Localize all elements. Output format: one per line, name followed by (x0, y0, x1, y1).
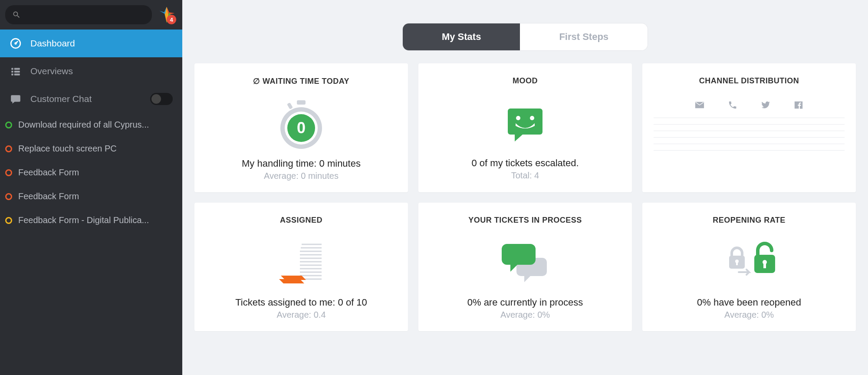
nav-label: Dashboard (30, 38, 75, 49)
channel-icons (694, 100, 804, 110)
sidebar: 4 Dashboard Overviews Customer Chat Down… (0, 0, 182, 375)
svg-rect-8 (297, 100, 306, 105)
ticket-label: Feedback Form (18, 191, 79, 201)
lock-icon (719, 235, 779, 292)
svg-marker-15 (515, 135, 523, 141)
card-text: 0% are currently in process (467, 297, 583, 308)
ticket-item[interactable]: Feedback Form (0, 184, 182, 208)
ticket-item[interactable]: Feedback Form (0, 161, 182, 184)
svg-rect-4 (11, 71, 13, 72)
twitter-icon (760, 100, 771, 110)
card-text: Tickets assigned to me: 0 of 10 (235, 297, 367, 308)
svg-rect-7 (14, 73, 20, 75)
status-indicator (5, 217, 12, 224)
svg-rect-3 (14, 68, 20, 69)
ticket-item[interactable]: Replace touch screen PC (0, 137, 182, 161)
nav-label: Customer Chat (30, 94, 92, 104)
card-text: My handling time: 0 minutes (242, 158, 361, 169)
svg-rect-23 (763, 263, 766, 268)
svg-rect-6 (11, 73, 13, 75)
ticket-item[interactable]: Feedback Form - Digital Publica... (0, 208, 182, 232)
chat-icon (10, 93, 22, 105)
search-icon (12, 10, 21, 19)
ticket-label: Feedback Form (18, 168, 79, 178)
ticket-label: Feedback Form - Digital Publica... (18, 215, 149, 225)
search-input[interactable] (5, 5, 152, 24)
facebook-icon (793, 100, 804, 110)
svg-text:0: 0 (297, 119, 306, 137)
nav-customer-chat[interactable]: Customer Chat (0, 85, 182, 113)
card-assigned: ASSIGNED Tickets assigned to me: 0 of 10… (194, 203, 408, 331)
card-tickets-in-process: YOUR TICKETS IN PROCESS 0% are currently… (418, 203, 632, 331)
email-icon (694, 100, 705, 110)
cards-grid: ∅ WAITING TIME TODAY 0 My handling time:… (194, 63, 856, 331)
card-title: YOUR TICKETS IN PROCESS (468, 216, 582, 225)
status-indicator (5, 169, 12, 176)
ticket-item[interactable]: Download required of all Cyprus... (0, 113, 182, 137)
card-reopening-rate: REOPENING RATE (642, 203, 856, 331)
card-title: ∅ WAITING TIME TODAY (253, 76, 349, 86)
nav-overviews[interactable]: Overviews (0, 57, 182, 85)
card-sub: Average: 0.4 (276, 310, 326, 320)
card-title: REOPENING RATE (713, 216, 786, 225)
svg-point-1 (14, 42, 16, 44)
card-sub: Average: 0% (724, 310, 774, 320)
svg-point-16 (516, 116, 520, 120)
sidebar-top: 4 (0, 0, 182, 30)
svg-rect-9 (287, 102, 293, 109)
app-logo[interactable]: 4 (156, 4, 177, 25)
main-content: My Stats First Steps ∅ WAITING TIME TODA… (182, 0, 868, 375)
ticket-list: Download required of all Cyprus...Replac… (0, 113, 182, 232)
svg-rect-14 (508, 109, 542, 135)
svg-rect-2 (11, 68, 13, 69)
svg-point-17 (530, 116, 534, 120)
svg-rect-5 (14, 71, 20, 72)
chat-toggle[interactable] (150, 93, 173, 105)
tab-my-stats[interactable]: My Stats (403, 23, 520, 50)
stack-icon (273, 235, 329, 292)
dashboard-icon (10, 37, 22, 49)
card-title: ASSIGNED (280, 216, 322, 225)
phone-icon (727, 100, 738, 110)
card-waiting-time: ∅ WAITING TIME TODAY 0 My handling time:… (194, 63, 408, 192)
list-icon (10, 65, 22, 77)
ticket-label: Replace touch screen PC (18, 144, 117, 154)
card-title: CHANNEL DISTRIBUTION (699, 76, 799, 86)
status-indicator (5, 122, 12, 128)
notification-badge[interactable]: 4 (167, 15, 176, 24)
stopwatch-icon: 0 (275, 96, 327, 153)
tabs: My Stats First Steps (194, 23, 856, 50)
ticket-label: Download required of all Cyprus... (18, 120, 149, 130)
svg-rect-20 (736, 262, 738, 265)
card-channel-distribution: CHANNEL DISTRIBUTION (642, 63, 856, 192)
status-indicator (5, 193, 12, 200)
card-sub: Average: 0% (500, 310, 550, 320)
card-text: 0% have been reopened (697, 297, 801, 308)
channel-lines (651, 118, 847, 151)
card-mood: MOOD 0 of my tickets escalated. Total: 4 (418, 63, 632, 192)
nav-label: Overviews (30, 66, 73, 76)
nav-dashboard[interactable]: Dashboard (0, 30, 182, 57)
card-title: MOOD (513, 76, 538, 86)
chat-bubbles-icon (499, 235, 551, 292)
mood-icon (503, 96, 547, 152)
tab-first-steps[interactable]: First Steps (520, 23, 648, 50)
status-indicator (5, 145, 12, 152)
card-sub: Average: 0 minutes (264, 171, 339, 181)
card-text: 0 of my tickets escalated. (472, 158, 579, 169)
card-sub: Total: 4 (511, 171, 539, 181)
